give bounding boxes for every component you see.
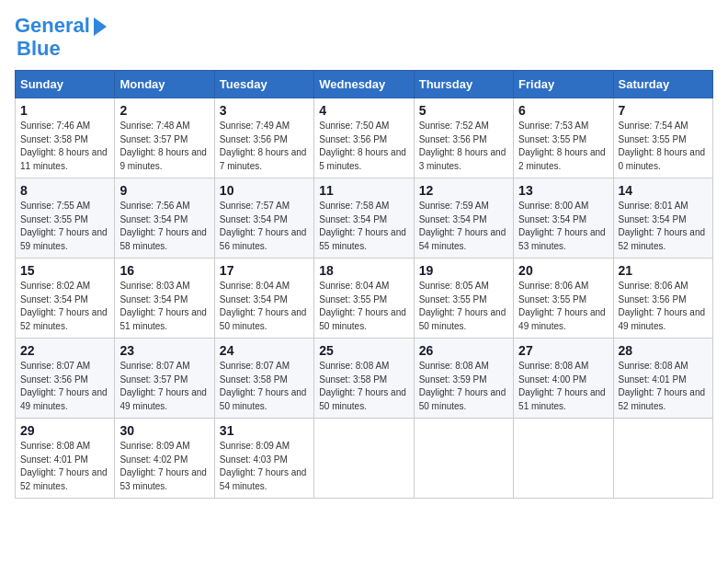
calendar-cell: 15 Sunrise: 8:02 AMSunset: 3:54 PMDaylig… xyxy=(16,259,115,339)
calendar-cell: 11 Sunrise: 7:58 AMSunset: 3:54 PMDaylig… xyxy=(314,178,414,259)
day-info: Sunrise: 8:06 AMSunset: 3:56 PMDaylight:… xyxy=(619,280,708,333)
day-info: Sunrise: 8:08 AMSunset: 4:01 PMDaylight:… xyxy=(20,440,109,493)
logo-arrow-icon xyxy=(94,17,107,36)
weekday-header-wednesday: Wednesday xyxy=(314,71,414,98)
day-info: Sunrise: 8:03 AMSunset: 3:54 PMDaylight:… xyxy=(119,280,209,333)
day-info: Sunrise: 8:07 AMSunset: 3:56 PMDaylight:… xyxy=(20,360,109,413)
day-number: 4 xyxy=(319,103,408,118)
day-info: Sunrise: 8:08 AMSunset: 3:59 PMDaylight:… xyxy=(419,360,508,413)
day-info: Sunrise: 7:58 AMSunset: 3:54 PMDaylight:… xyxy=(319,200,408,253)
weekday-header-saturday: Saturday xyxy=(613,71,712,98)
calendar-cell: 14 Sunrise: 8:01 AMSunset: 3:54 PMDaylig… xyxy=(613,178,712,259)
day-number: 26 xyxy=(419,343,508,358)
day-number: 6 xyxy=(518,103,608,118)
day-number: 9 xyxy=(119,183,209,198)
day-number: 29 xyxy=(20,423,109,438)
day-info: Sunrise: 7:57 AMSunset: 3:54 PMDaylight:… xyxy=(220,200,309,253)
day-number: 11 xyxy=(319,183,408,198)
day-number: 1 xyxy=(20,103,109,118)
calendar-cell: 18 Sunrise: 8:04 AMSunset: 3:55 PMDaylig… xyxy=(314,259,414,339)
logo-blue: Blue xyxy=(17,37,61,61)
calendar-cell: 17 Sunrise: 8:04 AMSunset: 3:54 PMDaylig… xyxy=(214,259,313,339)
day-number: 27 xyxy=(518,343,608,358)
day-number: 16 xyxy=(119,263,209,278)
calendar-cell xyxy=(414,419,513,499)
calendar-cell: 3 Sunrise: 7:49 AMSunset: 3:56 PMDayligh… xyxy=(214,98,313,178)
day-info: Sunrise: 7:54 AMSunset: 3:55 PMDaylight:… xyxy=(619,120,708,173)
weekday-header-tuesday: Tuesday xyxy=(214,71,313,98)
day-number: 7 xyxy=(619,103,708,118)
calendar-cell: 9 Sunrise: 7:56 AMSunset: 3:54 PMDayligh… xyxy=(115,178,214,259)
weekday-header-thursday: Thursday xyxy=(414,71,513,98)
day-info: Sunrise: 7:56 AMSunset: 3:54 PMDaylight:… xyxy=(119,200,209,253)
calendar-cell: 21 Sunrise: 8:06 AMSunset: 3:56 PMDaylig… xyxy=(613,259,712,339)
calendar-cell: 1 Sunrise: 7:46 AMSunset: 3:58 PMDayligh… xyxy=(16,98,115,178)
day-number: 31 xyxy=(220,423,309,438)
weekday-header-friday: Friday xyxy=(514,71,613,98)
calendar-cell: 6 Sunrise: 7:53 AMSunset: 3:55 PMDayligh… xyxy=(514,98,613,178)
day-info: Sunrise: 8:07 AMSunset: 3:57 PMDaylight:… xyxy=(119,360,209,413)
day-number: 18 xyxy=(319,263,408,278)
calendar-cell xyxy=(514,419,613,499)
calendar-cell: 31 Sunrise: 8:09 AMSunset: 4:03 PMDaylig… xyxy=(214,419,313,499)
day-info: Sunrise: 7:48 AMSunset: 3:57 PMDaylight:… xyxy=(119,120,209,173)
calendar-cell: 10 Sunrise: 7:57 AMSunset: 3:54 PMDaylig… xyxy=(214,178,313,259)
calendar-cell: 24 Sunrise: 8:07 AMSunset: 3:58 PMDaylig… xyxy=(214,339,313,419)
calendar-cell: 20 Sunrise: 8:06 AMSunset: 3:55 PMDaylig… xyxy=(514,259,613,339)
logo: General Blue xyxy=(15,15,107,61)
day-number: 5 xyxy=(419,103,508,118)
day-number: 19 xyxy=(419,263,508,278)
calendar-table: SundayMondayTuesdayWednesdayThursdayFrid… xyxy=(15,70,713,499)
calendar-cell: 29 Sunrise: 8:08 AMSunset: 4:01 PMDaylig… xyxy=(16,419,115,499)
day-info: Sunrise: 7:53 AMSunset: 3:55 PMDaylight:… xyxy=(518,120,608,173)
calendar-cell: 4 Sunrise: 7:50 AMSunset: 3:56 PMDayligh… xyxy=(314,98,414,178)
calendar-cell xyxy=(314,419,414,499)
day-number: 25 xyxy=(319,343,408,358)
calendar-cell: 8 Sunrise: 7:55 AMSunset: 3:55 PMDayligh… xyxy=(16,178,115,259)
day-info: Sunrise: 8:07 AMSunset: 3:58 PMDaylight:… xyxy=(220,360,309,413)
day-info: Sunrise: 8:02 AMSunset: 3:54 PMDaylight:… xyxy=(20,280,109,333)
day-number: 12 xyxy=(419,183,508,198)
day-info: Sunrise: 8:05 AMSunset: 3:55 PMDaylight:… xyxy=(419,280,508,333)
weekday-header-sunday: Sunday xyxy=(16,71,115,98)
day-number: 14 xyxy=(619,183,708,198)
day-info: Sunrise: 8:06 AMSunset: 3:55 PMDaylight:… xyxy=(518,280,608,333)
day-info: Sunrise: 8:01 AMSunset: 3:54 PMDaylight:… xyxy=(619,200,708,253)
day-number: 10 xyxy=(220,183,309,198)
day-info: Sunrise: 8:08 AMSunset: 4:00 PMDaylight:… xyxy=(518,360,608,413)
day-info: Sunrise: 8:09 AMSunset: 4:02 PMDaylight:… xyxy=(119,440,209,493)
calendar-cell: 22 Sunrise: 8:07 AMSunset: 3:56 PMDaylig… xyxy=(16,339,115,419)
day-number: 23 xyxy=(119,343,209,358)
day-number: 17 xyxy=(220,263,309,278)
day-number: 30 xyxy=(119,423,209,438)
day-info: Sunrise: 8:08 AMSunset: 4:01 PMDaylight:… xyxy=(619,360,708,413)
calendar-cell: 26 Sunrise: 8:08 AMSunset: 3:59 PMDaylig… xyxy=(414,339,513,419)
calendar-cell: 7 Sunrise: 7:54 AMSunset: 3:55 PMDayligh… xyxy=(613,98,712,178)
calendar-cell: 25 Sunrise: 8:08 AMSunset: 3:58 PMDaylig… xyxy=(314,339,414,419)
day-info: Sunrise: 7:59 AMSunset: 3:54 PMDaylight:… xyxy=(419,200,508,253)
day-number: 3 xyxy=(220,103,309,118)
day-number: 8 xyxy=(20,183,109,198)
calendar-cell: 12 Sunrise: 7:59 AMSunset: 3:54 PMDaylig… xyxy=(414,178,513,259)
day-info: Sunrise: 7:52 AMSunset: 3:56 PMDaylight:… xyxy=(419,120,508,173)
calendar-cell: 16 Sunrise: 8:03 AMSunset: 3:54 PMDaylig… xyxy=(115,259,214,339)
page-header: General Blue xyxy=(15,15,713,61)
calendar-cell: 27 Sunrise: 8:08 AMSunset: 4:00 PMDaylig… xyxy=(514,339,613,419)
day-info: Sunrise: 8:00 AMSunset: 3:54 PMDaylight:… xyxy=(518,200,608,253)
calendar-cell: 13 Sunrise: 8:00 AMSunset: 3:54 PMDaylig… xyxy=(514,178,613,259)
calendar-cell: 30 Sunrise: 8:09 AMSunset: 4:02 PMDaylig… xyxy=(115,419,214,499)
day-info: Sunrise: 8:04 AMSunset: 3:54 PMDaylight:… xyxy=(220,280,309,333)
day-number: 15 xyxy=(20,263,109,278)
calendar-cell: 2 Sunrise: 7:48 AMSunset: 3:57 PMDayligh… xyxy=(115,98,214,178)
day-info: Sunrise: 7:46 AMSunset: 3:58 PMDaylight:… xyxy=(20,120,109,173)
day-number: 22 xyxy=(20,343,109,358)
day-number: 20 xyxy=(518,263,608,278)
calendar-cell xyxy=(613,419,712,499)
calendar-cell: 28 Sunrise: 8:08 AMSunset: 4:01 PMDaylig… xyxy=(613,339,712,419)
day-info: Sunrise: 8:08 AMSunset: 3:58 PMDaylight:… xyxy=(319,360,408,413)
logo-text: General xyxy=(15,15,90,37)
day-info: Sunrise: 8:04 AMSunset: 3:55 PMDaylight:… xyxy=(319,280,408,333)
day-info: Sunrise: 7:49 AMSunset: 3:56 PMDaylight:… xyxy=(220,120,309,173)
day-number: 13 xyxy=(518,183,608,198)
day-info: Sunrise: 7:50 AMSunset: 3:56 PMDaylight:… xyxy=(319,120,408,173)
